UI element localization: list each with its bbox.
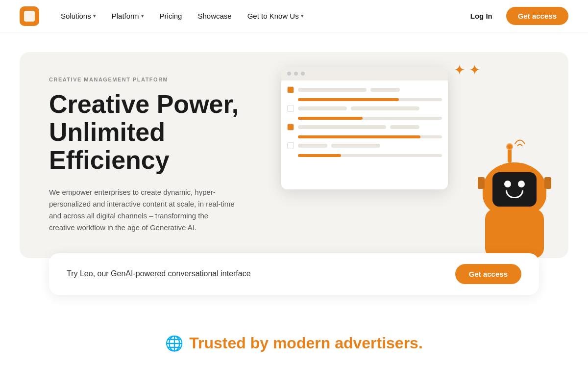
- robot-ear-right: [544, 177, 551, 189]
- robot-head: [483, 162, 546, 216]
- browser-row-4: [287, 142, 442, 149]
- globe-icon: 🌐: [165, 335, 183, 352]
- browser-row-3: [287, 124, 442, 131]
- browser-mockup: [281, 67, 448, 189]
- browser-line: [298, 125, 386, 129]
- browser-checkbox-3: [287, 124, 294, 131]
- robot-ear-left: [478, 177, 485, 189]
- robot-eye-right: [518, 181, 525, 187]
- browser-progress-3: [298, 135, 442, 138]
- browser-checkbox-1: [287, 86, 294, 93]
- hero-section: ✦ ✦ CREATIVE MANAGEMENT PLATFORM Creativ…: [0, 32, 588, 305]
- hero-title-line2: Unlimited Efficiency: [49, 118, 170, 174]
- robot-character: [470, 135, 559, 258]
- hero-title: Creative Power, Unlimited Efficiency: [49, 90, 284, 175]
- hero-card: ✦ ✦ CREATIVE MANAGEMENT PLATFORM Creativ…: [20, 52, 568, 258]
- logo[interactable]: [20, 6, 39, 26]
- login-button[interactable]: Log In: [465, 8, 498, 24]
- hero-visual: [267, 52, 568, 258]
- browser-bar: [281, 67, 448, 80]
- leo-get-access-button[interactable]: Get access: [455, 264, 521, 284]
- browser-line: [298, 106, 347, 110]
- browser-content: [281, 80, 448, 163]
- logo-icon: [24, 11, 35, 22]
- browser-progress-fill-4: [298, 154, 341, 157]
- hero-description: We empower enterprises to create dynamic…: [49, 186, 235, 234]
- nav-item-pricing[interactable]: Pricing: [154, 8, 188, 24]
- hero-label: CREATIVE MANAGEMENT PLATFORM: [49, 77, 284, 82]
- trusted-heading-text: Trusted by modern advertisers.: [189, 334, 423, 352]
- robot-antenna: [508, 148, 512, 163]
- navbar: Solutions ▾ Platform ▾ Pricing Showcase …: [0, 0, 588, 32]
- nav-label-showcase: Showcase: [197, 12, 231, 20]
- trusted-heading: 🌐 Trusted by modern advertisers.: [20, 334, 568, 352]
- nav-item-platform[interactable]: Platform ▾: [106, 8, 150, 24]
- browser-dot-3: [301, 72, 305, 76]
- chevron-down-icon: ▾: [301, 13, 304, 19]
- browser-progress-4: [298, 154, 442, 157]
- hero-title-line1: Creative Power,: [49, 90, 239, 118]
- robot-body: [485, 209, 544, 258]
- nav-item-solutions[interactable]: Solutions ▾: [55, 8, 102, 24]
- nav-label-solutions: Solutions: [61, 12, 91, 20]
- chevron-down-icon: ▾: [141, 13, 144, 19]
- browser-line: [370, 88, 400, 92]
- robot-face: [492, 172, 537, 207]
- nav-label-get-to-know-us: Get to Know Us: [247, 12, 299, 20]
- nav-label-platform: Platform: [112, 12, 139, 20]
- robot-eyes: [504, 181, 525, 187]
- robot-antenna-tip: [506, 143, 513, 150]
- nav-links: Solutions ▾ Platform ▾ Pricing Showcase …: [55, 8, 465, 24]
- browser-line: [390, 125, 419, 129]
- nav-item-get-to-know-us[interactable]: Get to Know Us ▾: [242, 8, 310, 24]
- browser-row-1: [287, 86, 442, 93]
- nav-item-showcase[interactable]: Showcase: [192, 8, 237, 24]
- browser-row-2: [287, 105, 442, 112]
- leo-bar: Try Leo, our GenAI-powered conversationa…: [49, 253, 539, 295]
- browser-progress-fill-2: [298, 117, 363, 120]
- robot-smile: [506, 190, 523, 198]
- browser-line: [351, 106, 419, 110]
- hero-content: CREATIVE MANAGEMENT PLATFORM Creative Po…: [49, 77, 284, 234]
- browser-progress-fill-1: [298, 98, 399, 101]
- nav-actions: Log In Get access: [465, 7, 568, 25]
- browser-dot-1: [287, 72, 291, 76]
- leo-prompt-text: Try Leo, our GenAI-powered conversationa…: [67, 269, 251, 278]
- browser-progress-1: [298, 98, 442, 101]
- browser-dot-2: [294, 72, 298, 76]
- browser-line: [298, 88, 367, 92]
- browser-line: [331, 144, 380, 148]
- trusted-section: 🌐 Trusted by modern advertisers. sky CAL…: [0, 305, 588, 368]
- browser-line: [298, 144, 327, 148]
- robot-wifi-icon: [513, 134, 527, 146]
- browser-checkbox-4: [287, 142, 294, 149]
- browser-progress-2: [298, 117, 442, 120]
- nav-label-pricing: Pricing: [160, 12, 182, 20]
- browser-progress-fill-3: [298, 135, 420, 138]
- browser-checkbox-2: [287, 105, 294, 112]
- robot-eye-left: [504, 181, 511, 187]
- get-access-button[interactable]: Get access: [506, 7, 568, 25]
- chevron-down-icon: ▾: [93, 13, 96, 19]
